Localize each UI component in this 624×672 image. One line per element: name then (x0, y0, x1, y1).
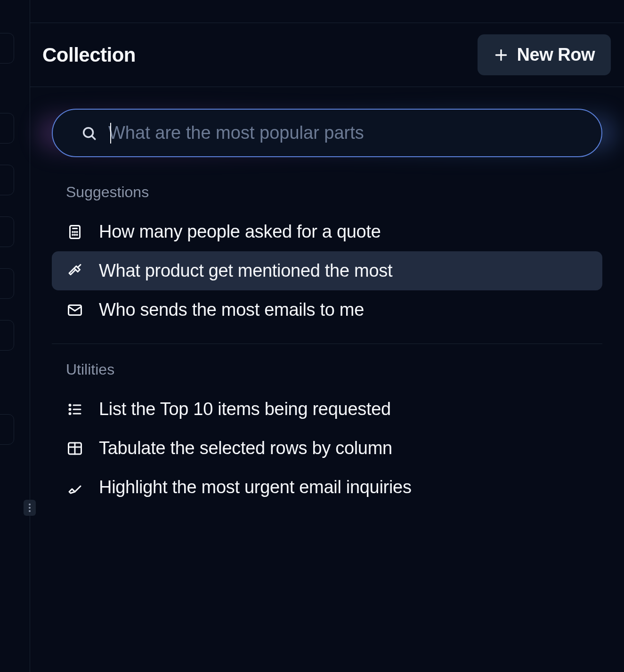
svg-line-12 (79, 264, 81, 267)
new-row-button[interactable]: New Row (478, 34, 611, 75)
svg-line-3 (92, 136, 95, 139)
suggestion-label: How many people asked for a quote (99, 222, 381, 242)
svg-point-9 (73, 234, 73, 235)
utility-label: Highlight the most urgent email inquirie… (99, 477, 412, 497)
rail-slot (0, 216, 14, 247)
suggestion-label: Who sends the most emails to me (99, 300, 364, 320)
rail-slot (0, 414, 14, 445)
search-box[interactable] (52, 109, 602, 157)
list-icon (66, 401, 83, 418)
svg-point-16 (69, 408, 71, 410)
utility-item-list[interactable]: List the Top 10 items being requested (52, 390, 602, 429)
suggestion-item-product[interactable]: What product get mentioned the most (52, 251, 602, 290)
rail-slot (0, 268, 14, 299)
svg-point-6 (73, 232, 73, 232)
svg-point-8 (77, 232, 78, 232)
suggestion-item-quote[interactable]: How many people asked for a quote (52, 212, 602, 251)
panel-content: Suggestions How many people ask (30, 87, 624, 507)
svg-point-7 (74, 232, 75, 232)
plus-icon (494, 48, 509, 63)
rail-slot (0, 320, 14, 351)
svg-point-18 (69, 413, 71, 414)
text-cursor (110, 123, 111, 144)
search-input[interactable] (108, 123, 581, 143)
rail-slot (0, 165, 14, 195)
table-icon (66, 440, 83, 457)
mail-icon (66, 302, 83, 319)
suggestion-item-emails[interactable]: Who sends the most emails to me (52, 290, 602, 329)
highlight-icon (66, 479, 83, 496)
utilities-heading: Utilities (52, 361, 602, 378)
new-row-label: New Row (517, 45, 595, 65)
main-panel: Collection New Row Suggestions (30, 23, 624, 672)
search-icon (81, 125, 97, 141)
hammer-icon (66, 263, 83, 280)
utilities-list: List the Top 10 items being requested Ta… (52, 390, 602, 507)
svg-point-14 (69, 404, 71, 406)
utility-label: List the Top 10 items being requested (99, 399, 391, 419)
svg-point-11 (77, 234, 78, 235)
suggestion-label: What product get mentioned the most (99, 261, 392, 281)
utility-item-highlight[interactable]: Highlight the most urgent email inquirie… (52, 468, 602, 507)
suggestions-list: How many people asked for a quote What p… (52, 212, 602, 329)
search-container (52, 109, 602, 157)
panel-title: Collection (42, 44, 136, 66)
rail-slot (0, 113, 14, 144)
utility-item-tabulate[interactable]: Tabulate the selected rows by column (52, 429, 602, 468)
utility-label: Tabulate the selected rows by column (99, 438, 392, 458)
panel-header: Collection New Row (30, 23, 624, 87)
section-divider (52, 344, 602, 344)
svg-point-10 (74, 234, 75, 235)
left-rail (0, 0, 30, 672)
suggestions-heading: Suggestions (52, 184, 602, 201)
rail-slot (0, 33, 14, 64)
calculator-icon (66, 224, 83, 240)
